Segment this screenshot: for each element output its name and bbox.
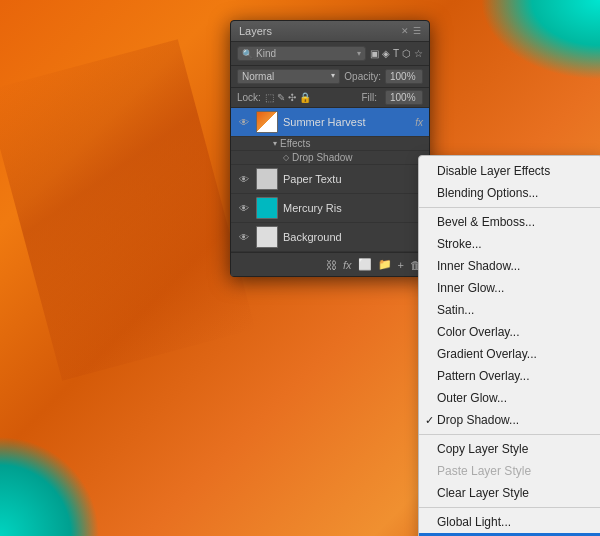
menu-item-gradient-overlay[interactable]: Gradient Overlay... bbox=[419, 343, 600, 365]
chevron-down-icon: ▾ bbox=[357, 49, 361, 58]
menu-item-paste-style: Paste Layer Style bbox=[419, 460, 600, 482]
menu-item-global-light[interactable]: Global Light... bbox=[419, 511, 600, 533]
effects-label: Effects bbox=[280, 138, 310, 149]
visibility-icon-paper[interactable]: 👁 bbox=[237, 172, 251, 186]
lock-icons-group: ⬚ ✎ ✣ 🔒 bbox=[265, 92, 311, 103]
menu-item-inner-shadow[interactable]: Inner Shadow... bbox=[419, 255, 600, 277]
new-layer-icon[interactable]: + bbox=[398, 259, 404, 271]
effects-expand-icon: ▾ bbox=[273, 139, 277, 148]
layer-name-mercury: Mercury Ris bbox=[283, 202, 423, 214]
context-menu: Disable Layer Effects Blending Options..… bbox=[418, 155, 600, 536]
menu-item-disable-effects[interactable]: Disable Layer Effects bbox=[419, 160, 600, 182]
layer-row-background[interactable]: 👁 Background bbox=[231, 223, 429, 252]
lock-fill-row: Lock: ⬚ ✎ ✣ 🔒 Fill: 100% bbox=[231, 88, 429, 108]
panel-filter-toolbar: 🔍 Kind ▾ ▣ ◈ T ⬡ ☆ bbox=[231, 42, 429, 66]
menu-item-bevel-emboss[interactable]: Bevel & Emboss... bbox=[419, 211, 600, 233]
blend-mode-select[interactable]: Normal ▾ bbox=[237, 69, 340, 84]
opacity-label: Opacity: bbox=[344, 71, 381, 82]
drop-shadow-row[interactable]: ◇ Drop Shadow bbox=[231, 151, 429, 165]
layer-thumb-paper bbox=[256, 168, 278, 190]
fx-icon[interactable]: fx bbox=[343, 259, 352, 271]
panel-menu-btn[interactable]: ☰ bbox=[413, 26, 421, 36]
visibility-icon-bg[interactable]: 👁 bbox=[237, 230, 251, 244]
panel-collapse-btn[interactable]: ✕ bbox=[401, 26, 409, 36]
menu-separator-3 bbox=[419, 507, 600, 508]
link-icon[interactable]: ⛓ bbox=[326, 259, 337, 271]
filter-icons: ▣ ◈ T ⬡ ☆ bbox=[370, 48, 423, 59]
filter-type-icon[interactable]: T bbox=[393, 48, 399, 59]
menu-item-copy-style[interactable]: Copy Layer Style bbox=[419, 438, 600, 460]
filter-pixel-icon[interactable]: ▣ bbox=[370, 48, 379, 59]
menu-item-clear-style[interactable]: Clear Layer Style bbox=[419, 482, 600, 504]
panel-title: Layers bbox=[239, 25, 272, 37]
layer-name-paper: Paper Textu bbox=[283, 173, 423, 185]
panel-titlebar: Layers ✕ ☰ bbox=[231, 21, 429, 42]
new-group-icon[interactable]: 📁 bbox=[378, 258, 392, 271]
lock-paint-icon[interactable]: ✎ bbox=[277, 92, 285, 103]
layer-row-mercury[interactable]: 👁 Mercury Ris bbox=[231, 194, 429, 223]
layer-thumb-summer bbox=[256, 111, 278, 133]
layer-row-summer-harvest[interactable]: 👁 Summer Harvest fx bbox=[231, 108, 429, 137]
lock-all-icon[interactable]: 🔒 bbox=[299, 92, 311, 103]
panel-bottom-bar: ⛓ fx ⬜ 📁 + 🗑 bbox=[231, 252, 429, 276]
bg-teal-accent2 bbox=[0, 436, 100, 536]
blend-mode-value: Normal bbox=[242, 71, 274, 82]
layer-thumb-bg bbox=[256, 226, 278, 248]
filter-type-select[interactable]: 🔍 Kind ▾ bbox=[237, 46, 366, 61]
effects-row[interactable]: ▾ Effects bbox=[231, 137, 429, 151]
drop-shadow-label: Drop Shadow bbox=[292, 152, 353, 163]
add-mask-icon[interactable]: ⬜ bbox=[358, 258, 372, 271]
visibility-icon-mercury[interactable]: 👁 bbox=[237, 201, 251, 215]
filter-adjust-icon[interactable]: ◈ bbox=[382, 48, 390, 59]
filter-type-label: Kind bbox=[256, 48, 276, 59]
opacity-input[interactable]: 100% bbox=[385, 69, 423, 84]
fill-input[interactable]: 100% bbox=[385, 90, 423, 105]
drop-shadow-expand-icon: ◇ bbox=[283, 153, 289, 162]
layer-thumb-mercury bbox=[256, 197, 278, 219]
layer-row-paper-texture[interactable]: 👁 Paper Textu bbox=[231, 165, 429, 194]
layer-fx-badge[interactable]: fx bbox=[415, 117, 423, 128]
filter-smart-icon[interactable]: ☆ bbox=[414, 48, 423, 59]
fill-label: Fill: bbox=[361, 92, 377, 103]
panel-controls: ✕ ☰ bbox=[401, 26, 421, 36]
menu-item-pattern-overlay[interactable]: Pattern Overlay... bbox=[419, 365, 600, 387]
layers-panel: Layers ✕ ☰ 🔍 Kind ▾ ▣ ◈ T ⬡ ☆ Normal ▾ O… bbox=[230, 20, 430, 277]
menu-separator-1 bbox=[419, 207, 600, 208]
fill-value: 100% bbox=[390, 92, 416, 103]
opacity-value: 100% bbox=[390, 71, 416, 82]
menu-item-drop-shadow[interactable]: Drop Shadow... bbox=[419, 409, 600, 431]
menu-item-stroke[interactable]: Stroke... bbox=[419, 233, 600, 255]
blend-mode-row: Normal ▾ Opacity: 100% bbox=[231, 66, 429, 88]
blend-chevron-icon: ▾ bbox=[331, 71, 335, 80]
search-icon: 🔍 bbox=[242, 49, 253, 59]
layer-name-bg: Background bbox=[283, 231, 423, 243]
lock-transparent-icon[interactable]: ⬚ bbox=[265, 92, 274, 103]
lock-label: Lock: bbox=[237, 92, 261, 103]
menu-item-outer-glow[interactable]: Outer Glow... bbox=[419, 387, 600, 409]
bg-teal-accent bbox=[480, 0, 600, 80]
lock-move-icon[interactable]: ✣ bbox=[288, 92, 296, 103]
menu-item-satin[interactable]: Satin... bbox=[419, 299, 600, 321]
filter-shape-icon[interactable]: ⬡ bbox=[402, 48, 411, 59]
visibility-icon-summer[interactable]: 👁 bbox=[237, 115, 251, 129]
menu-item-color-overlay[interactable]: Color Overlay... bbox=[419, 321, 600, 343]
layer-name-summer: Summer Harvest bbox=[283, 116, 410, 128]
menu-item-inner-glow[interactable]: Inner Glow... bbox=[419, 277, 600, 299]
menu-separator-2 bbox=[419, 434, 600, 435]
menu-item-blending-options[interactable]: Blending Options... bbox=[419, 182, 600, 204]
